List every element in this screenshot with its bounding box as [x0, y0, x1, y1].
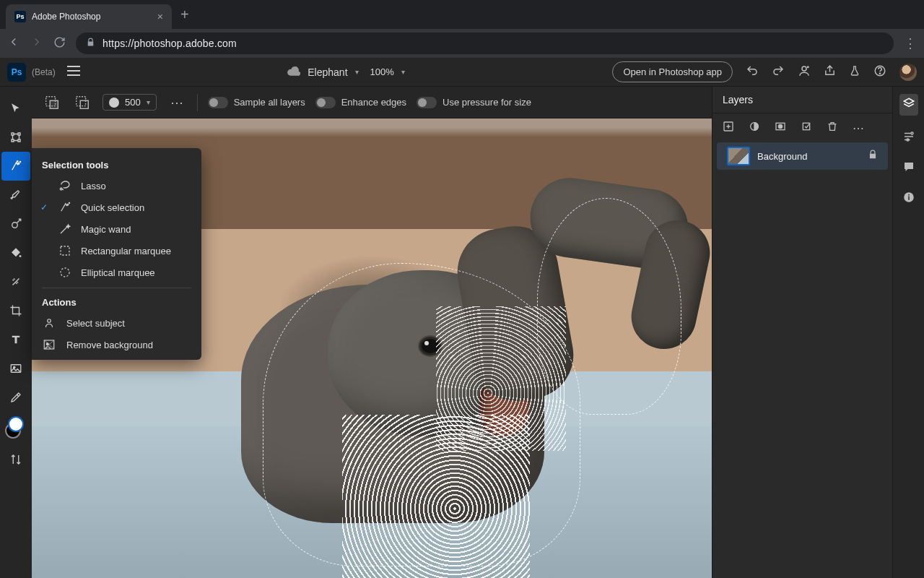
left-toolbar	[0, 87, 32, 578]
tab-title: Adobe Photoshop	[32, 12, 152, 22]
sample-all-layers-toggle[interactable]	[208, 97, 228, 108]
svg-point-7	[18, 163, 19, 164]
adjustment-layer-button[interactable]	[749, 121, 760, 135]
clone-tool[interactable]	[1, 210, 30, 238]
crop-tool[interactable]	[1, 296, 30, 325]
flyout-label: Quick selection	[81, 202, 144, 213]
info-rail-icon[interactable]	[902, 191, 915, 207]
flyout-label: Rectangular marquee	[81, 246, 171, 256]
foreground-color-swatch[interactable]	[8, 416, 24, 432]
flyout-label: Magic wand	[81, 224, 131, 235]
brush-tool[interactable]	[1, 181, 30, 210]
svg-rect-30	[61, 246, 69, 255]
add-to-selection-button[interactable]	[42, 92, 62, 113]
back-button[interactable]	[7, 35, 20, 51]
beta-label: (Beta)	[32, 67, 56, 77]
browser-menu-icon[interactable]: ⋮	[904, 35, 917, 51]
document-name[interactable]: Elephant	[308, 66, 347, 78]
svg-rect-16	[77, 96, 86, 105]
clip-mask-button[interactable]	[801, 121, 812, 135]
flyout-item-lasso[interactable]: Lasso	[32, 175, 201, 197]
transform-tool[interactable]	[1, 123, 30, 152]
lock-icon[interactable]	[868, 150, 878, 163]
svg-rect-1	[67, 70, 80, 72]
help-icon[interactable]	[873, 64, 886, 80]
url-bar[interactable]: https://photoshop.adobe.com	[76, 33, 894, 54]
undo-button[interactable]	[746, 64, 759, 80]
svg-point-4	[808, 66, 809, 68]
divider	[197, 94, 198, 111]
svg-point-32	[48, 319, 51, 323]
flyout-item-magic-wand[interactable]: Magic wand	[32, 218, 201, 240]
magic-wand-icon	[58, 223, 72, 236]
enhance-edges-toggle[interactable]	[315, 97, 336, 108]
subtract-from-selection-button[interactable]	[72, 92, 92, 113]
more-options-icon[interactable]: ⋯	[167, 92, 187, 113]
invite-icon[interactable]	[798, 64, 811, 80]
svg-point-29	[69, 202, 69, 203]
fill-tool[interactable]	[1, 238, 30, 267]
color-swatches[interactable]	[5, 416, 27, 438]
flyout-action-select-subject[interactable]: Select subject	[32, 312, 201, 334]
document-menu-chevron-icon[interactable]: ▾	[355, 68, 359, 76]
browser-toolbar: https://photoshop.adobe.com ⋮	[0, 29, 924, 58]
eyedropper-tool[interactable]	[1, 383, 30, 412]
flyout-item-quick-selection[interactable]: ✓ Quick selection	[32, 197, 201, 218]
layers-rail-icon[interactable]	[899, 94, 918, 116]
avatar[interactable]	[899, 64, 917, 81]
quick-selection-tool[interactable]	[1, 152, 30, 181]
app-logo-icon[interactable]: Ps	[7, 63, 26, 82]
tab-strip: Ps Adobe Photoshop × +	[0, 0, 924, 29]
type-tool[interactable]	[1, 325, 30, 354]
menu-button[interactable]	[67, 66, 80, 79]
divider	[42, 288, 191, 288]
select-subject-icon	[42, 316, 56, 329]
layer-mask-button[interactable]	[775, 121, 786, 135]
layer-more-icon[interactable]: ⋯	[853, 121, 864, 135]
new-layer-button[interactable]	[723, 121, 734, 135]
delete-layer-button[interactable]	[827, 121, 838, 135]
browser-chrome: Ps Adobe Photoshop × + https://photoshop…	[0, 0, 924, 58]
flyout-item-elliptical-marquee[interactable]: Elliptical marquee	[32, 262, 201, 283]
browser-tab[interactable]: Ps Adobe Photoshop ×	[6, 4, 172, 29]
svg-point-21	[778, 124, 782, 128]
brush-size-control[interactable]: 500 ▾	[103, 94, 157, 111]
flyout-action-remove-background[interactable]: Remove background	[32, 334, 201, 355]
svg-rect-0	[67, 66, 80, 67]
close-tab-icon[interactable]: ×	[157, 11, 163, 22]
place-image-tool[interactable]	[1, 354, 30, 383]
use-pressure-label: Use pressure for size	[443, 97, 531, 108]
forward-button[interactable]	[30, 35, 43, 51]
lasso-icon	[58, 179, 72, 192]
brush-size-value: 500	[125, 97, 141, 108]
header-right: Open in Photoshop app	[612, 61, 917, 82]
comments-rail-icon[interactable]	[902, 160, 915, 176]
brush-size-chevron-icon[interactable]: ▾	[147, 98, 150, 106]
flyout-item-rectangular-marquee[interactable]: Rectangular marquee	[32, 240, 201, 262]
flyout-label: Elliptical marquee	[81, 267, 155, 278]
svg-point-8	[19, 161, 20, 162]
new-tab-button[interactable]: +	[180, 7, 189, 23]
svg-point-31	[61, 268, 69, 277]
share-icon[interactable]	[824, 64, 836, 79]
open-in-app-button[interactable]: Open in Photoshop app	[612, 61, 733, 82]
move-tool[interactable]	[1, 94, 30, 123]
swap-colors-tool[interactable]	[1, 445, 30, 474]
layer-row[interactable]: Background	[717, 142, 888, 170]
brush-preview-icon	[109, 98, 119, 108]
zoom-level[interactable]: 100%	[370, 66, 394, 77]
header-center: Elephant ▾ 100% ▾	[80, 66, 613, 79]
use-pressure-toggle[interactable]	[417, 97, 437, 108]
layer-name: Background	[757, 151, 860, 162]
properties-rail-icon[interactable]	[902, 130, 915, 146]
healing-tool[interactable]	[1, 267, 30, 296]
app-header: Ps (Beta) Elephant ▾ 100% ▾ Open in Phot…	[0, 58, 924, 87]
reload-button[interactable]	[53, 36, 66, 51]
redo-button[interactable]	[772, 64, 785, 80]
favicon-icon: Ps	[14, 11, 26, 22]
svg-rect-15	[50, 100, 58, 108]
zoom-chevron-icon[interactable]: ▾	[401, 68, 405, 76]
lock-icon	[86, 37, 95, 50]
flyout-label: Select subject	[66, 318, 125, 329]
beaker-icon[interactable]	[849, 64, 860, 80]
